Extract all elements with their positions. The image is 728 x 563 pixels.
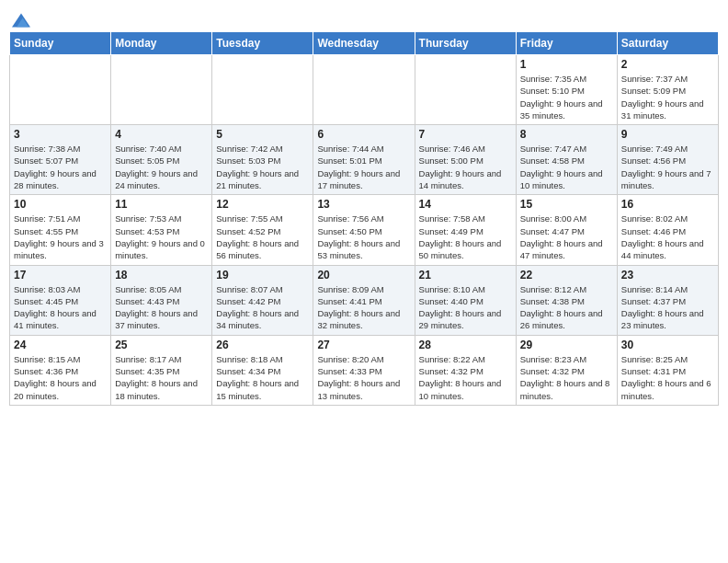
calendar-week-row: 24Sunrise: 8:15 AM Sunset: 4:36 PM Dayli… — [10, 335, 719, 405]
day-number: 15 — [520, 198, 613, 211]
calendar-cell: 18Sunrise: 8:05 AM Sunset: 4:43 PM Dayli… — [111, 265, 212, 335]
day-info: Sunrise: 7:44 AM Sunset: 5:01 PM Dayligh… — [317, 143, 410, 191]
day-info: Sunrise: 7:58 AM Sunset: 4:49 PM Dayligh… — [419, 213, 512, 261]
calendar-cell: 19Sunrise: 8:07 AM Sunset: 4:42 PM Dayli… — [212, 265, 313, 335]
day-number: 25 — [115, 339, 208, 351]
day-info: Sunrise: 7:49 AM Sunset: 4:56 PM Dayligh… — [621, 143, 714, 191]
calendar-cell: 23Sunrise: 8:14 AM Sunset: 4:37 PM Dayli… — [617, 265, 718, 335]
calendar-week-row: 1Sunrise: 7:35 AM Sunset: 5:10 PM Daylig… — [10, 55, 719, 125]
day-info: Sunrise: 8:23 AM Sunset: 4:32 PM Dayligh… — [520, 353, 613, 402]
day-info: Sunrise: 7:47 AM Sunset: 4:58 PM Dayligh… — [520, 143, 613, 191]
calendar-cell: 7Sunrise: 7:46 AM Sunset: 5:00 PM Daylig… — [415, 125, 516, 195]
calendar-cell: 11Sunrise: 7:53 AM Sunset: 4:53 PM Dayli… — [111, 195, 212, 265]
day-info: Sunrise: 8:03 AM Sunset: 4:45 PM Dayligh… — [14, 283, 107, 332]
calendar-cell: 1Sunrise: 7:35 AM Sunset: 5:10 PM Daylig… — [516, 55, 617, 125]
calendar-week-row: 10Sunrise: 7:51 AM Sunset: 4:55 PM Dayli… — [10, 195, 719, 265]
day-info: Sunrise: 7:38 AM Sunset: 5:07 PM Dayligh… — [14, 143, 107, 191]
day-info: Sunrise: 7:51 AM Sunset: 4:55 PM Dayligh… — [14, 213, 107, 261]
day-info: Sunrise: 8:18 AM Sunset: 4:34 PM Dayligh… — [216, 353, 309, 402]
day-number: 27 — [317, 339, 410, 351]
day-info: Sunrise: 8:07 AM Sunset: 4:42 PM Dayligh… — [216, 283, 309, 332]
calendar-cell: 3Sunrise: 7:38 AM Sunset: 5:07 PM Daylig… — [10, 125, 111, 195]
day-info: Sunrise: 7:46 AM Sunset: 5:00 PM Dayligh… — [419, 143, 512, 191]
day-number: 13 — [317, 198, 410, 211]
calendar-cell: 21Sunrise: 8:10 AM Sunset: 4:40 PM Dayli… — [415, 265, 516, 335]
weekday-header: Saturday — [617, 32, 718, 55]
day-info: Sunrise: 8:12 AM Sunset: 4:38 PM Dayligh… — [520, 283, 613, 332]
calendar-cell: 9Sunrise: 7:49 AM Sunset: 4:56 PM Daylig… — [617, 125, 718, 195]
day-number: 24 — [14, 339, 107, 351]
day-info: Sunrise: 8:05 AM Sunset: 4:43 PM Dayligh… — [115, 283, 208, 332]
calendar-cell: 15Sunrise: 8:00 AM Sunset: 4:47 PM Dayli… — [516, 195, 617, 265]
calendar-cell: 28Sunrise: 8:22 AM Sunset: 4:32 PM Dayli… — [415, 335, 516, 405]
day-info: Sunrise: 7:56 AM Sunset: 4:50 PM Dayligh… — [317, 213, 410, 261]
day-number: 9 — [621, 128, 714, 141]
day-number: 12 — [216, 198, 309, 211]
day-info: Sunrise: 7:35 AM Sunset: 5:10 PM Dayligh… — [520, 73, 613, 121]
calendar-cell: 22Sunrise: 8:12 AM Sunset: 4:38 PM Dayli… — [516, 265, 617, 335]
day-info: Sunrise: 8:09 AM Sunset: 4:41 PM Dayligh… — [317, 283, 410, 332]
day-number: 26 — [216, 339, 309, 351]
day-number: 18 — [115, 269, 208, 282]
calendar-cell: 8Sunrise: 7:47 AM Sunset: 4:58 PM Daylig… — [516, 125, 617, 195]
calendar-cell — [111, 55, 212, 125]
day-number: 10 — [14, 198, 107, 211]
day-number: 23 — [621, 269, 714, 282]
calendar-cell — [212, 55, 313, 125]
calendar-cell: 6Sunrise: 7:44 AM Sunset: 5:01 PM Daylig… — [313, 125, 415, 195]
day-number: 7 — [419, 128, 512, 141]
calendar-cell: 2Sunrise: 7:37 AM Sunset: 5:09 PM Daylig… — [617, 55, 718, 125]
calendar-cell: 17Sunrise: 8:03 AM Sunset: 4:45 PM Dayli… — [10, 265, 111, 335]
day-number: 21 — [419, 269, 512, 282]
day-number: 19 — [216, 269, 309, 282]
calendar-cell: 4Sunrise: 7:40 AM Sunset: 5:05 PM Daylig… — [111, 125, 212, 195]
day-number: 16 — [621, 198, 714, 211]
calendar-cell: 27Sunrise: 8:20 AM Sunset: 4:33 PM Dayli… — [313, 335, 415, 405]
day-info: Sunrise: 7:37 AM Sunset: 5:09 PM Dayligh… — [621, 73, 714, 121]
day-number: 28 — [419, 339, 512, 351]
logo — [9, 13, 30, 26]
calendar-week-row: 3Sunrise: 7:38 AM Sunset: 5:07 PM Daylig… — [10, 125, 719, 195]
day-number: 6 — [317, 128, 410, 141]
day-info: Sunrise: 8:14 AM Sunset: 4:37 PM Dayligh… — [621, 283, 714, 332]
calendar-cell: 12Sunrise: 7:55 AM Sunset: 4:52 PM Dayli… — [212, 195, 313, 265]
weekday-header: Monday — [111, 32, 212, 55]
day-info: Sunrise: 7:53 AM Sunset: 4:53 PM Dayligh… — [115, 213, 208, 261]
logo-icon — [12, 11, 30, 29]
day-number: 8 — [520, 128, 613, 141]
calendar-cell — [415, 55, 516, 125]
day-number: 1 — [520, 58, 613, 71]
day-info: Sunrise: 7:40 AM Sunset: 5:05 PM Dayligh… — [115, 143, 208, 191]
day-number: 30 — [621, 339, 714, 351]
day-number: 4 — [115, 128, 208, 141]
day-number: 11 — [115, 198, 208, 211]
calendar-cell: 25Sunrise: 8:17 AM Sunset: 4:35 PM Dayli… — [111, 335, 212, 405]
day-number: 3 — [14, 128, 107, 141]
weekday-header: Tuesday — [212, 32, 313, 55]
calendar-table: SundayMondayTuesdayWednesdayThursdayFrid… — [9, 31, 719, 406]
day-number: 29 — [520, 339, 613, 351]
day-info: Sunrise: 8:15 AM Sunset: 4:36 PM Dayligh… — [14, 353, 107, 402]
day-number: 2 — [621, 58, 714, 71]
day-info: Sunrise: 8:17 AM Sunset: 4:35 PM Dayligh… — [115, 353, 208, 402]
calendar-cell: 14Sunrise: 7:58 AM Sunset: 4:49 PM Dayli… — [415, 195, 516, 265]
day-info: Sunrise: 8:02 AM Sunset: 4:46 PM Dayligh… — [621, 213, 714, 261]
day-info: Sunrise: 8:25 AM Sunset: 4:31 PM Dayligh… — [621, 353, 714, 402]
calendar-week-row: 17Sunrise: 8:03 AM Sunset: 4:45 PM Dayli… — [10, 265, 719, 335]
calendar-cell — [10, 55, 111, 125]
day-info: Sunrise: 7:42 AM Sunset: 5:03 PM Dayligh… — [216, 143, 309, 191]
calendar-cell: 10Sunrise: 7:51 AM Sunset: 4:55 PM Dayli… — [10, 195, 111, 265]
weekday-header: Sunday — [10, 32, 111, 55]
calendar-cell: 16Sunrise: 8:02 AM Sunset: 4:46 PM Dayli… — [617, 195, 718, 265]
weekday-header: Wednesday — [313, 32, 415, 55]
page-header — [9, 9, 719, 26]
day-info: Sunrise: 8:00 AM Sunset: 4:47 PM Dayligh… — [520, 213, 613, 261]
day-info: Sunrise: 8:20 AM Sunset: 4:33 PM Dayligh… — [317, 353, 410, 402]
day-info: Sunrise: 8:22 AM Sunset: 4:32 PM Dayligh… — [419, 353, 512, 402]
day-info: Sunrise: 8:10 AM Sunset: 4:40 PM Dayligh… — [419, 283, 512, 332]
weekday-header: Friday — [516, 32, 617, 55]
day-number: 22 — [520, 269, 613, 282]
day-number: 17 — [14, 269, 107, 282]
calendar-cell: 13Sunrise: 7:56 AM Sunset: 4:50 PM Dayli… — [313, 195, 415, 265]
calendar-cell: 5Sunrise: 7:42 AM Sunset: 5:03 PM Daylig… — [212, 125, 313, 195]
